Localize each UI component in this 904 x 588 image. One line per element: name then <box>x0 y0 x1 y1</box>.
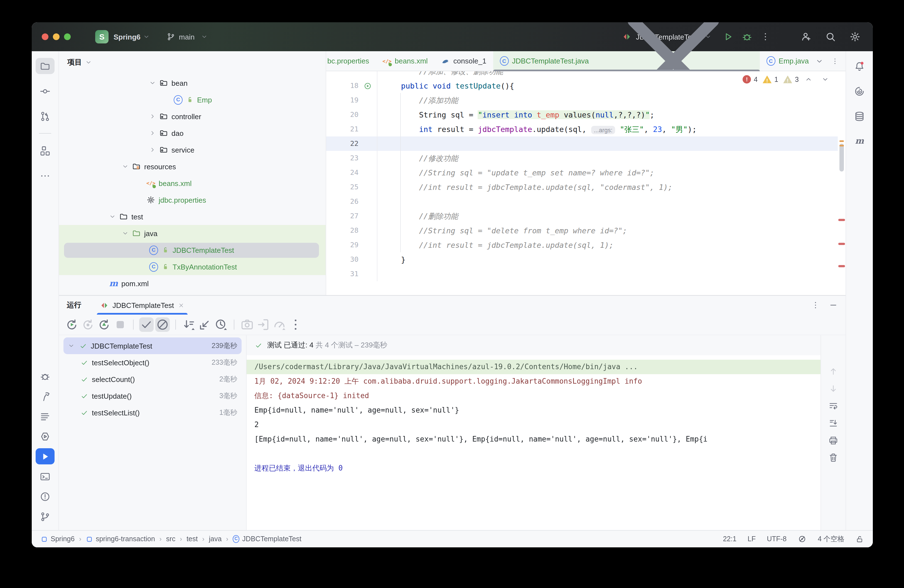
tool-window-button-debug[interactable] <box>36 368 55 384</box>
tool-window-button-version-control[interactable] <box>36 508 55 525</box>
test-result-row-testSelectList()[interactable]: testSelectList() 1毫秒 <box>63 404 242 421</box>
project-badge[interactable]: S <box>95 30 109 43</box>
close-icon[interactable] <box>178 302 184 308</box>
project-tree-item-pom.xml[interactable]: m pom.xml <box>59 275 326 292</box>
toggle-auto-test-button[interactable] <box>97 318 111 332</box>
tool-window-button-todo[interactable] <box>36 408 55 424</box>
project-panel-title[interactable]: 项目 <box>67 57 82 67</box>
hide-panel-icon[interactable] <box>829 301 838 310</box>
editor-scrollbar[interactable] <box>839 144 844 172</box>
export-test-results-button[interactable] <box>256 318 270 332</box>
minimize-window-button[interactable] <box>53 33 60 40</box>
run-tab[interactable]: JDBCTemplateTest <box>96 296 188 315</box>
test-history-button[interactable] <box>214 318 228 332</box>
tool-window-button-terminal[interactable] <box>36 468 55 484</box>
error-stripe[interactable] <box>838 71 846 295</box>
soft-wrap-button[interactable] <box>828 401 838 411</box>
project-tree-item-jdbc.properties[interactable]: jdbc.properties <box>59 191 326 208</box>
tool-window-button-notifications[interactable] <box>850 58 869 74</box>
warning-stripe-mark[interactable] <box>839 140 844 142</box>
chev-right-icon[interactable] <box>149 130 156 136</box>
editor-tab-JDBCTemplateTest.java[interactable]: CJDBCTemplateTest.java <box>493 51 760 71</box>
breadcrumb-test[interactable]: test <box>186 535 198 543</box>
next-occurrence-button[interactable] <box>828 384 838 394</box>
tool-window-button-maven[interactable]: m <box>850 133 869 149</box>
tool-window-button-problems[interactable] <box>36 488 55 504</box>
project-tree-item-TxByAnnotationTest[interactable]: C TxByAnnotationTest <box>59 258 326 275</box>
breadcrumb-src[interactable]: src <box>166 535 175 543</box>
next-problem-icon[interactable] <box>822 76 829 83</box>
chev-down-icon[interactable] <box>122 163 129 170</box>
project-tree-item-controller[interactable]: controller <box>59 108 326 125</box>
project-tree-item-java[interactable]: java <box>59 225 326 242</box>
test-result-row-testUpdate()[interactable]: testUpdate() 3毫秒 <box>63 387 242 404</box>
prev-occurrence-button[interactable] <box>828 367 838 376</box>
tool-window-button-database[interactable] <box>850 108 869 124</box>
test-result-row-JDBCTemplateTest[interactable]: JDBCTemplateTest 239毫秒 <box>63 337 242 354</box>
settings-button[interactable] <box>849 31 861 42</box>
project-tree-item-JDBCTemplateTest[interactable]: C JDBCTemplateTest <box>59 242 326 258</box>
file-encoding[interactable]: UTF-8 <box>767 535 787 543</box>
show-ignored-button[interactable] <box>155 318 170 332</box>
chev-right-icon[interactable] <box>149 113 156 120</box>
breadcrumb-spring6-transaction[interactable]: spring6-transaction <box>86 535 155 543</box>
breadcrumb-JDBCTemplateTest[interactable]: CJDBCTemplateTest <box>233 535 302 543</box>
rerun-failed-tests-button[interactable] <box>81 318 95 332</box>
chev-right-icon[interactable] <box>149 147 156 153</box>
chev-down-icon[interactable] <box>68 343 74 349</box>
project-tree-item-test[interactable]: test <box>59 208 326 225</box>
console-output[interactable]: /Users/codermast/Library/Java/JavaVirtua… <box>247 355 820 530</box>
chev-down-icon[interactable] <box>149 80 156 86</box>
test-result-row-testSelectObject()[interactable]: testSelectObject() 233毫秒 <box>63 354 242 371</box>
search-everywhere-button[interactable] <box>825 31 836 42</box>
rerun-button[interactable] <box>65 318 79 332</box>
line-separator[interactable]: LF <box>748 535 755 543</box>
sort-by-duration-button[interactable] <box>182 318 196 332</box>
project-tree-item-service[interactable]: service <box>59 141 326 158</box>
chevron-down-icon[interactable] <box>143 33 150 40</box>
clear-all-button[interactable] <box>828 453 838 463</box>
warning-stripe-mark[interactable] <box>839 145 844 147</box>
tool-window-button-run[interactable] <box>36 448 55 465</box>
scroll-to-end-button[interactable] <box>828 418 838 428</box>
tool-window-button-services[interactable] <box>36 428 55 444</box>
caret-position[interactable]: 22:1 <box>723 535 736 543</box>
lock-open-icon[interactable] <box>855 535 864 543</box>
tool-window-button-build[interactable] <box>36 388 55 404</box>
tool-window-button-ai-assistant[interactable] <box>850 83 869 99</box>
close-window-button[interactable] <box>42 33 49 40</box>
show-passed-button[interactable] <box>139 318 153 332</box>
chev-down-icon[interactable] <box>109 213 116 220</box>
tool-window-button-project[interactable] <box>36 58 55 74</box>
error-stripe-mark[interactable] <box>838 219 845 221</box>
print-button[interactable] <box>828 435 838 446</box>
project-tree-item-Emp[interactable]: C Emp <box>59 91 326 108</box>
inspections-off-icon[interactable] <box>798 534 807 544</box>
project-tree-item-bean[interactable]: bean <box>59 74 326 91</box>
stop-button[interactable] <box>113 318 128 332</box>
editor-tab-console_1[interactable]: console_1 <box>435 51 493 71</box>
snapshot-button[interactable] <box>240 318 254 332</box>
run-gutter-icon[interactable] <box>363 82 372 90</box>
run-panel-options-icon[interactable] <box>811 301 820 310</box>
more-options-button[interactable] <box>288 318 303 332</box>
code-editor[interactable]: //添加、修改、删除功能 18 public void testUpdate()… <box>326 71 846 295</box>
tab-options-icon[interactable] <box>831 57 839 65</box>
branch-widget[interactable]: main <box>167 32 207 41</box>
tab-list-chevron-icon[interactable] <box>815 57 823 65</box>
tool-window-button-pull-requests[interactable] <box>36 108 55 124</box>
tool-window-button-commit[interactable] <box>36 83 55 99</box>
chev-down-icon[interactable] <box>122 230 129 237</box>
tool-window-button-more-tool-windows[interactable] <box>36 168 55 184</box>
project-tree-item-beans.xml[interactable]: </> beans.xml <box>59 175 326 191</box>
chevron-down-icon[interactable] <box>85 59 92 66</box>
breadcrumb-java[interactable]: java <box>209 535 221 543</box>
project-tree-item-resources[interactable]: resources <box>59 158 326 175</box>
add-user-button[interactable] <box>800 31 812 42</box>
indent-setting[interactable]: 4 个空格 <box>818 534 844 544</box>
prev-problem-icon[interactable] <box>805 76 812 83</box>
breadcrumb-Spring6[interactable]: Spring6 <box>41 535 74 543</box>
tool-window-button-structure[interactable] <box>36 142 55 159</box>
test-result-row-selectCount()[interactable]: selectCount() 2毫秒 <box>63 371 242 387</box>
project-name[interactable]: Spring6 <box>114 33 141 41</box>
